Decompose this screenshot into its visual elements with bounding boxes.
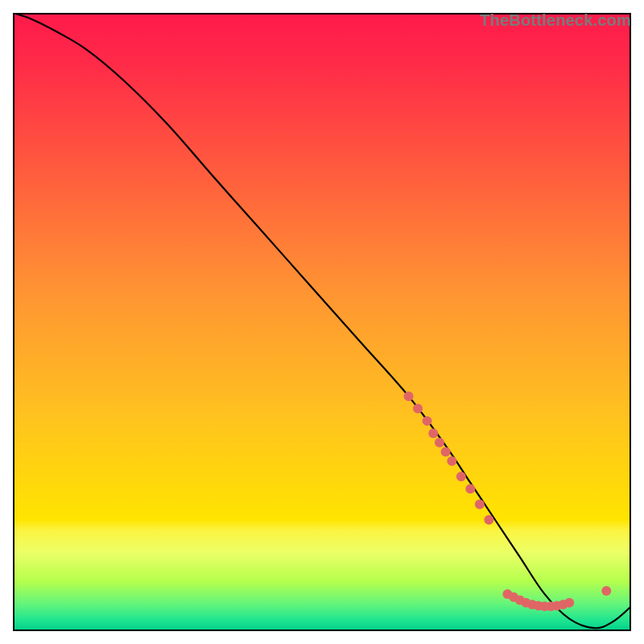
chart-stage: TheBottleneck.com <box>0 0 644 644</box>
watermark-text: TheBottleneck.com <box>480 11 631 30</box>
plot-area: TheBottleneck.com <box>13 13 631 631</box>
gradient-background <box>13 13 631 631</box>
